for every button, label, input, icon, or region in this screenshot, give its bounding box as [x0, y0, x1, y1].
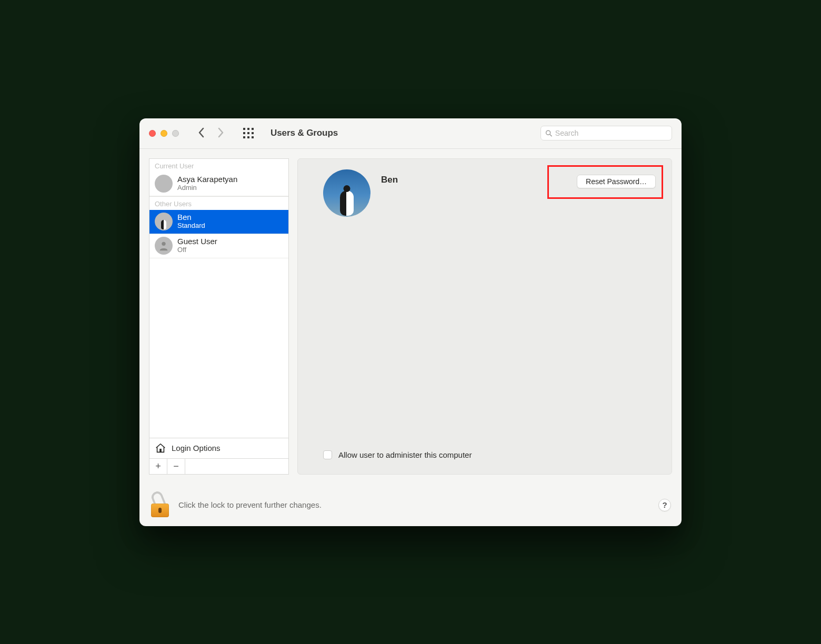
- user-name: Guest User: [177, 237, 217, 246]
- allow-admin-label: Allow user to administer this computer: [338, 450, 472, 459]
- sidebar-item-ben[interactable]: Ben Standard: [149, 210, 288, 234]
- allow-admin-checkbox[interactable]: [323, 450, 332, 459]
- avatar: [155, 237, 173, 255]
- search-icon: [545, 129, 552, 137]
- svg-rect-1: [247, 128, 249, 130]
- user-role: Off: [177, 246, 217, 254]
- remove-user-button[interactable]: −: [167, 459, 185, 474]
- svg-line-10: [550, 134, 552, 136]
- minimize-window-button[interactable]: [161, 130, 167, 137]
- chevron-left-icon: [198, 127, 205, 138]
- chevron-right-icon: [217, 127, 224, 138]
- svg-rect-3: [243, 132, 245, 134]
- search-input[interactable]: [555, 129, 667, 137]
- search-field[interactable]: [540, 126, 672, 140]
- svg-rect-4: [247, 132, 249, 134]
- pane-title: Users & Groups: [271, 128, 338, 138]
- svg-rect-6: [243, 136, 245, 138]
- reset-password-button[interactable]: Reset Password…: [577, 175, 656, 188]
- system-preferences-window: Users & Groups Current User Asya Karapet…: [139, 118, 682, 526]
- user-role: Standard: [177, 222, 205, 230]
- user-detail-panel: Ben Reset Password… Allow user to admini…: [297, 158, 672, 475]
- back-button[interactable]: [198, 127, 205, 139]
- svg-rect-12: [159, 448, 162, 451]
- svg-point-11: [162, 242, 165, 245]
- content-area: Current User Asya Karapetyan Admin Other…: [139, 149, 682, 484]
- svg-rect-5: [252, 132, 254, 134]
- show-all-button[interactable]: [243, 128, 254, 138]
- current-user-header: Current User: [149, 159, 288, 172]
- avatar: [155, 175, 173, 193]
- svg-rect-8: [252, 136, 254, 138]
- lock-body-icon: [151, 504, 169, 517]
- avatar: [155, 213, 173, 230]
- footer: Click the lock to prevent further change…: [139, 484, 682, 526]
- svg-rect-0: [243, 128, 245, 130]
- detail-user-name: Ben: [381, 175, 398, 185]
- sidebar-item-guest[interactable]: Guest User Off: [149, 234, 288, 258]
- login-options-label: Login Options: [172, 444, 221, 452]
- user-role: Admin: [177, 184, 237, 192]
- user-name: Ben: [177, 213, 205, 222]
- help-button[interactable]: ?: [658, 499, 671, 511]
- titlebar: Users & Groups: [139, 118, 682, 149]
- window-controls: [149, 130, 179, 137]
- add-remove-bar: + −: [149, 458, 288, 474]
- house-icon: [155, 442, 166, 454]
- add-user-button[interactable]: +: [149, 459, 167, 474]
- sidebar-item-current-user[interactable]: Asya Karapetyan Admin: [149, 172, 288, 196]
- other-users-header: Other Users: [149, 197, 288, 210]
- person-icon: [158, 240, 169, 251]
- svg-rect-2: [252, 128, 254, 130]
- user-list-sidebar: Current User Asya Karapetyan Admin Other…: [149, 158, 289, 475]
- grid-icon: [243, 128, 254, 138]
- forward-button[interactable]: [217, 127, 224, 139]
- close-window-button[interactable]: [149, 130, 156, 137]
- nav-arrows: [198, 127, 224, 139]
- user-name: Asya Karapetyan: [177, 175, 237, 184]
- lock-hint-text: Click the lock to prevent further change…: [178, 500, 322, 509]
- svg-rect-7: [247, 136, 249, 138]
- lock-button[interactable]: [150, 493, 170, 517]
- login-options-button[interactable]: Login Options: [149, 438, 288, 458]
- allow-admin-row: Allow user to administer this computer: [298, 450, 672, 474]
- user-avatar-large[interactable]: [323, 169, 371, 217]
- zoom-window-button[interactable]: [172, 130, 179, 137]
